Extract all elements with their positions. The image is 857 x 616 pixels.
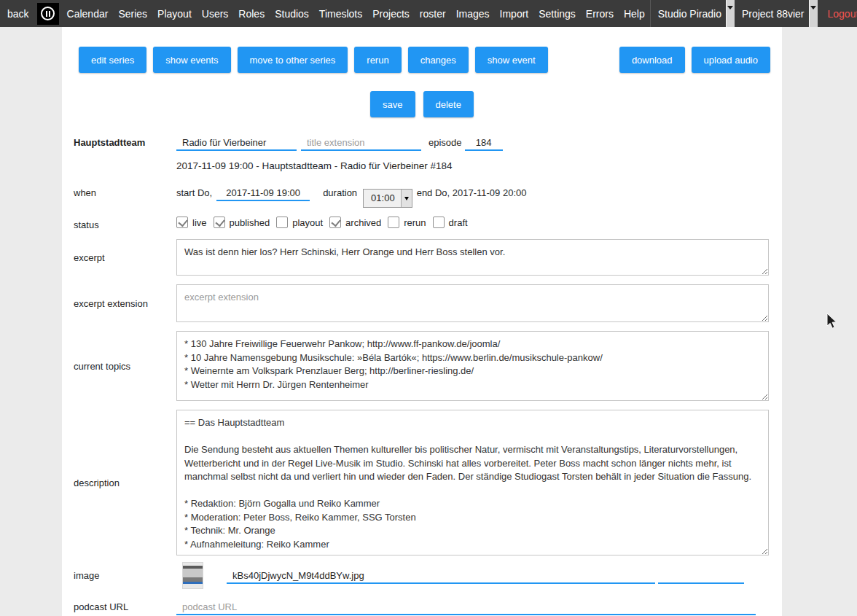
excerpt-textarea[interactable]: Was ist denn hier los? Herr Schinski, He… <box>176 239 769 276</box>
start-datetime-input[interactable] <box>216 185 310 201</box>
broadcast-edit-panel: edit series show events move to other se… <box>62 27 782 616</box>
edit-series-button[interactable]: edit series <box>79 47 146 73</box>
description-row: description == Das Hauptstadtteam Die Se… <box>62 410 782 555</box>
duration-select-value: 01:00 <box>364 190 401 207</box>
save-button[interactable]: save <box>370 91 415 117</box>
status-option-draft: draft <box>433 217 468 228</box>
delete-button[interactable]: delete <box>423 91 474 117</box>
current-topics-textarea[interactable]: * 130 Jahre Freiwillige Feuerwehr Pankow… <box>176 331 769 401</box>
start-label: start Do, <box>176 187 212 198</box>
logout-link[interactable]: Logout <box>818 8 857 20</box>
image-thumbnail[interactable] <box>182 562 203 589</box>
when-label: when <box>62 187 176 198</box>
status-row: status live published playout archived r… <box>62 217 782 230</box>
checkbox-published-label: published <box>230 217 270 228</box>
changes-button[interactable]: changes <box>408 47 469 73</box>
checkbox-rerun-label: rerun <box>404 217 426 228</box>
description-textarea[interactable]: == Das Hauptstadtteam Die Sendung besteh… <box>176 410 769 555</box>
rerun-button[interactable]: rerun <box>354 47 401 73</box>
nav-item-errors[interactable]: Errors <box>581 8 619 20</box>
current-topics-row: current topics * 130 Jahre Freiwillige F… <box>62 331 782 401</box>
piradio-logo-icon[interactable] <box>37 3 59 25</box>
show-events-button[interactable]: show events <box>153 47 230 73</box>
studio-select-value: Studio Piradio <box>658 8 726 20</box>
status-option-playout: playout <box>276 217 323 228</box>
title-input[interactable] <box>176 135 297 151</box>
checkbox-draft-label: draft <box>449 217 468 228</box>
nav-item-settings[interactable]: Settings <box>533 8 581 20</box>
excerpt-extension-label: excerpt extension <box>62 298 176 309</box>
nav-item-roster[interactable]: roster <box>415 8 451 20</box>
checkbox-published[interactable] <box>214 217 225 228</box>
studio-select[interactable]: Studio Piradio <box>651 0 735 27</box>
checkbox-archived[interactable] <box>329 217 341 228</box>
image-row: image <box>62 562 782 589</box>
status-label: status <box>62 219 176 230</box>
move-to-other-series-button[interactable]: move to other series <box>238 47 348 73</box>
podcast-url-label: podcast URL <box>62 601 176 612</box>
nav-item-images[interactable]: Images <box>451 8 495 20</box>
project-select-value: Project 88vier <box>742 8 809 20</box>
mouse-cursor-icon <box>826 313 840 330</box>
title-row: Hauptstadtteam episode <box>62 135 782 151</box>
checkbox-archived-label: archived <box>345 217 381 228</box>
nav-item-studios[interactable]: Studios <box>270 8 314 20</box>
nav-item-timeslots[interactable]: Timeslots <box>314 8 367 20</box>
nav-item-users[interactable]: Users <box>197 8 234 20</box>
checkbox-draft[interactable] <box>433 217 445 228</box>
current-topics-label: current topics <box>62 361 176 372</box>
checkbox-playout[interactable] <box>276 217 288 228</box>
checkbox-rerun[interactable] <box>388 217 399 228</box>
nav-item-back[interactable]: back <box>0 8 34 20</box>
excerpt-label: excerpt <box>62 252 176 263</box>
status-option-archived: archived <box>329 217 381 228</box>
save-delete-row: save delete <box>62 91 782 117</box>
project-select[interactable]: Project 88vier <box>735 0 818 27</box>
episode-label: episode <box>428 137 462 148</box>
excerpt-row: excerpt Was ist denn hier los? Herr Schi… <box>62 239 782 276</box>
image-label: image <box>62 570 176 581</box>
status-option-rerun: rerun <box>388 217 426 228</box>
chevron-down-icon[interactable] <box>809 0 818 27</box>
duration-select[interactable]: 01:00 <box>363 189 412 208</box>
show-event-button[interactable]: show event <box>475 47 548 73</box>
podcast-url-row: podcast URL <box>62 599 782 615</box>
podcast-url-input[interactable] <box>176 599 756 615</box>
nav-item-playout[interactable]: Playout <box>152 8 197 20</box>
nav-item-roles[interactable]: Roles <box>233 8 270 20</box>
status-option-live: live <box>176 217 207 228</box>
description-label: description <box>62 477 176 488</box>
when-row: when start Do, duration 01:00 end Do, 20… <box>62 184 782 203</box>
download-button[interactable]: download <box>619 47 685 73</box>
nav-item-help[interactable]: Help <box>619 8 650 20</box>
image-extra-input[interactable] <box>658 568 744 584</box>
nav-item-import[interactable]: Import <box>495 8 534 20</box>
toolbar: edit series show events move to other se… <box>79 47 770 73</box>
chevron-down-icon[interactable] <box>726 0 735 27</box>
duration-label: duration <box>323 187 357 198</box>
episode-input[interactable] <box>465 135 503 151</box>
status-option-published: published <box>214 217 270 228</box>
image-filename-input[interactable] <box>227 568 655 584</box>
excerpt-extension-row: excerpt extension <box>62 284 782 322</box>
checkbox-playout-label: playout <box>292 217 323 228</box>
nav-item-projects[interactable]: Projects <box>367 8 415 20</box>
excerpt-extension-textarea[interactable] <box>176 284 769 322</box>
nav-item-series[interactable]: Series <box>113 8 152 20</box>
nav-item-calendar[interactable]: Calendar <box>62 8 114 20</box>
end-label: end Do, 2017-11-09 20:00 <box>417 187 527 198</box>
chevron-down-icon[interactable] <box>401 190 412 207</box>
series-name-label: Hauptstadtteam <box>62 137 176 148</box>
broadcast-summary-line: 2017-11-09 19:00 - Hauptstadtteam - Radi… <box>62 160 782 171</box>
upload-audio-button[interactable]: upload audio <box>692 47 770 73</box>
checkbox-live[interactable] <box>176 217 188 228</box>
pause-in-circle-icon <box>41 7 55 20</box>
title-extension-input[interactable] <box>301 135 421 151</box>
top-nav: back Calendar Series Playout Users Roles… <box>0 0 857 27</box>
checkbox-live-label: live <box>192 217 207 228</box>
